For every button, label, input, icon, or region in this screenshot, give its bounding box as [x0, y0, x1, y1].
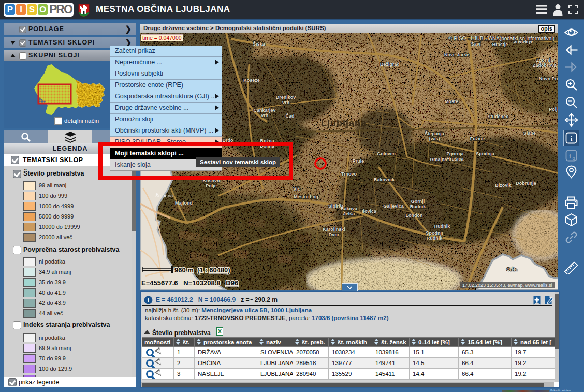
svg-text:(vas): (vas) [429, 136, 440, 141]
svg-text:i: i [569, 153, 571, 160]
svg-text:Vrh: Vrh [261, 113, 269, 118]
svg-text:Šiška: Šiška [253, 41, 266, 47]
svg-text:Rudnik: Rudnik [434, 224, 450, 229]
svg-text:Golovec: Golovec [377, 151, 396, 156]
svg-text:Dvor: Dvor [329, 232, 340, 237]
svg-text:Gmajna: Gmajna [430, 157, 447, 162]
svg-text:Zgornja: Zgornja [536, 57, 554, 63]
svg-text:Jelša: Jelša [343, 211, 356, 216]
svg-text:© PISO - LJUBLJANA(podatki so: © PISO - LJUBLJANA(podatki so informativ… [448, 36, 554, 41]
svg-text:Rudnik: Rudnik [410, 204, 426, 209]
svg-text:Rudnik: Rudnik [427, 236, 443, 241]
svg-text:Cankarjev: Cankarjev [253, 108, 275, 113]
svg-text:Bizovik: Bizovik [495, 183, 512, 188]
svg-text:Ljubljana: Ljubljana [321, 118, 367, 128]
svg-text:Vič: Vič [293, 186, 300, 192]
svg-text:Polje: Polje [549, 107, 558, 112]
svg-text:Ilovica: Ilovica [362, 209, 377, 214]
svg-text:Studenec: Studenec [488, 114, 509, 119]
svg-text:Dobrunje: Dobrunje [516, 181, 536, 186]
svg-text:X: X [218, 328, 222, 335]
svg-text:Trnovo: Trnovo [341, 171, 357, 177]
svg-text:Rakovnik: Rakovnik [374, 177, 395, 182]
svg-text:Savi: Savi [471, 41, 481, 47]
svg-text:Prule: Prule [353, 158, 364, 164]
svg-text:Polje: Polje [206, 183, 217, 188]
svg-text:Rakova: Rakova [341, 206, 358, 211]
svg-text:Majlond: Majlond [175, 200, 193, 206]
svg-text:Hrastje: Hrastje [492, 42, 508, 47]
svg-text:Spodnji: Spodnji [426, 230, 443, 236]
svg-text:Koseze: Koseze [243, 78, 260, 83]
svg-text:Štepanja: Štepanja [425, 130, 445, 136]
svg-text:Slape: Slape [523, 130, 536, 136]
svg-text:Nove Jarše: Nove Jarše [444, 52, 469, 57]
svg-text:Zadobrova: Zadobrova [533, 63, 557, 68]
svg-text:Vrh: Vrh [282, 100, 290, 105]
svg-text:Mestni Log: Mestni Log [294, 194, 318, 199]
svg-text:i: i [571, 135, 573, 142]
svg-text:Drenikov: Drenikov [276, 95, 296, 100]
svg-text:Moste: Moste [445, 99, 458, 104]
svg-text:E=455677.6 N=103208.8 D96: E=455677.6 N=103208.8 D96 [141, 279, 238, 287]
svg-text:17.02.2023 15:35:43, ewmap, ww: 17.02.2023 15:35:43, ewmap, www.realis.s… [462, 283, 552, 288]
svg-text:Šmartno: Šmartno [155, 193, 173, 198]
svg-text:960 m (1 : 60480): 960 m (1 : 60480) [174, 266, 230, 274]
svg-text:Karolinski: Karolinski [323, 227, 345, 232]
svg-text:g: g [572, 156, 575, 161]
svg-text:Gornji: Gornji [411, 199, 425, 204]
svg-text:Hrušica: Hrušica [446, 156, 464, 162]
svg-text:Zgornja: Zgornja [447, 151, 464, 156]
svg-text:Spodnja: Spodnja [476, 151, 494, 156]
svg-text:Orle: Orle [506, 267, 516, 272]
svg-text:London: London [406, 213, 423, 218]
svg-text:Fužine: Fužine [470, 136, 485, 141]
svg-text:Galjevica: Galjevica [383, 204, 404, 209]
svg-text:Novo Polje: Novo Polje [539, 76, 558, 81]
svg-text:Čad: Čad [285, 113, 294, 119]
svg-text:Bežigrad: Bežigrad [380, 62, 400, 67]
